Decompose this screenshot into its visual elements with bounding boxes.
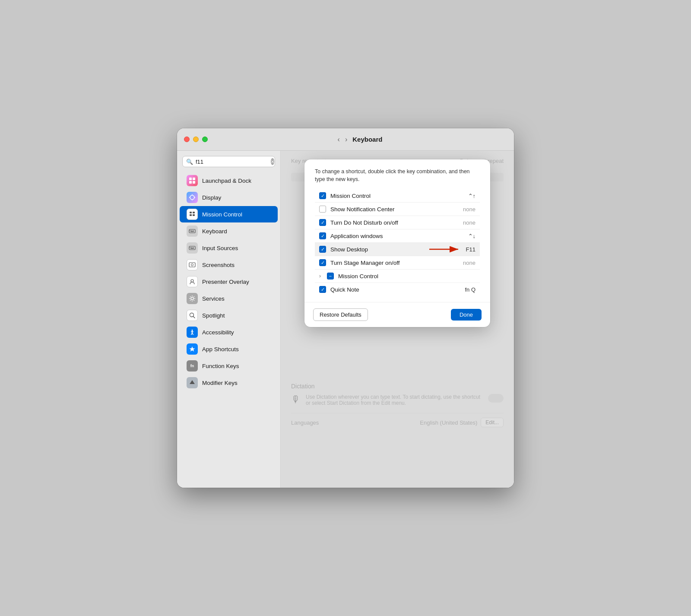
sidebar-item-modifier[interactable]: Modifier Keys — [180, 375, 278, 391]
modifier-icon — [187, 377, 198, 388]
svg-rect-21 — [193, 247, 194, 248]
sidebar-item-presenter[interactable]: Presenter Overlay — [180, 273, 278, 290]
svg-rect-1 — [193, 178, 195, 180]
shortcut-row-quick-note: ✓ Quick Note fn Q — [315, 283, 480, 296]
shortcut-row-mission-control: ✓ Mission Control ⌃↑ — [315, 189, 480, 203]
expand-arrow[interactable]: › — [319, 273, 321, 279]
launchpad-icon — [187, 175, 198, 186]
sidebar: 🔍 ✕ Launchpad & Dock Display — [177, 151, 281, 488]
svg-point-25 — [191, 279, 193, 282]
svg-rect-16 — [193, 230, 194, 231]
svg-rect-11 — [190, 214, 192, 216]
svg-line-28 — [193, 317, 195, 318]
svg-rect-20 — [191, 247, 192, 248]
shortcut-label-quick-note: Quick Note — [330, 286, 460, 293]
forward-button[interactable]: › — [343, 135, 349, 144]
checkbox-quick-note[interactable]: ✓ — [319, 286, 326, 293]
sidebar-item-label-modifier: Modifier Keys — [202, 380, 238, 386]
shortcut-row-notification: Show Notification Center none — [315, 203, 480, 216]
checkbox-notification[interactable] — [319, 206, 326, 213]
shortcut-label-mission-group: Mission Control — [338, 273, 471, 279]
svg-point-26 — [191, 297, 193, 300]
main-content: Key repeat rate Delay until repeat To ch… — [281, 151, 514, 488]
svg-rect-17 — [190, 232, 194, 232]
titlebar: ‹ › Keyboard — [177, 128, 514, 151]
spotlight-icon — [187, 310, 198, 321]
checkbox-appwindows[interactable]: ✓ — [319, 232, 326, 239]
shortcut-value-mission-control: ⌃↑ — [468, 193, 476, 199]
shortcut-value-appwindows: ⌃↓ — [468, 233, 476, 239]
screenshots-icon — [187, 259, 198, 270]
dialog-overlay: To change a shortcut, double click the k… — [281, 151, 514, 488]
shortcut-row-dnd: ✓ Turn Do Not Disturb on/off none — [315, 216, 480, 229]
shortcuts-dialog: To change a shortcut, double click the k… — [304, 159, 490, 327]
svg-rect-12 — [193, 214, 195, 216]
search-icon: 🔍 — [186, 159, 193, 165]
svg-rect-2 — [189, 181, 192, 184]
appshortcuts-icon — [187, 343, 198, 355]
back-button[interactable]: ‹ — [336, 135, 342, 144]
svg-rect-13 — [189, 229, 195, 233]
content-area: 🔍 ✕ Launchpad & Dock Display — [177, 151, 514, 488]
sidebar-item-label-input: Input Sources — [202, 245, 238, 251]
svg-rect-23 — [189, 263, 195, 267]
shortcut-row-show-desktop: ✓ Show Desktop — [315, 243, 480, 256]
checkbox-mission-group[interactable]: − — [327, 273, 334, 279]
shortcut-row-appwindows: ✓ Application windows ⌃↓ — [315, 229, 480, 243]
shortcut-value-show-desktop: F11 — [466, 246, 475, 253]
dialog-hint: To change a shortcut, double click the k… — [315, 168, 480, 183]
sidebar-item-display[interactable]: Display — [180, 189, 278, 206]
accessibility-icon — [187, 327, 198, 338]
shortcut-value-dnd: none — [463, 219, 475, 226]
keyboard-icon — [187, 225, 198, 237]
services-icon — [187, 293, 198, 304]
sidebar-item-spotlight[interactable]: Spotlight — [180, 307, 278, 324]
sidebar-item-keyboard[interactable]: Keyboard — [180, 223, 278, 239]
svg-rect-10 — [193, 212, 195, 213]
svg-rect-19 — [190, 247, 191, 248]
search-input[interactable] — [196, 159, 268, 165]
close-button[interactable] — [184, 137, 190, 142]
sidebar-item-appshortcuts[interactable]: App Shortcuts — [180, 341, 278, 357]
shortcut-label-stage-manager: Turn Stage Manager on/off — [330, 260, 459, 266]
sidebar-item-label-display: Display — [202, 194, 221, 201]
search-clear-button[interactable]: ✕ — [271, 158, 274, 165]
svg-rect-15 — [191, 230, 192, 231]
sidebar-item-label-keyboard: Keyboard — [202, 228, 227, 235]
shortcut-label-appwindows: Application windows — [330, 233, 464, 239]
shortcut-label-notification: Show Notification Center — [330, 206, 459, 213]
sidebar-item-launchpad[interactable]: Launchpad & Dock — [180, 172, 278, 189]
sidebar-item-label-presenter: Presenter Overlay — [202, 279, 249, 285]
restore-defaults-button[interactable]: Restore Defaults — [313, 308, 368, 321]
sidebar-item-mission[interactable]: Mission Control — [180, 206, 278, 222]
svg-rect-0 — [189, 178, 192, 180]
svg-rect-22 — [190, 248, 194, 249]
svg-rect-14 — [190, 230, 191, 231]
svg-point-24 — [191, 264, 193, 266]
display-icon — [187, 192, 198, 203]
red-arrow — [427, 244, 462, 254]
shortcut-label-mission-control: Mission Control — [330, 193, 464, 199]
window-title: Keyboard — [352, 136, 382, 143]
svg-rect-9 — [190, 212, 192, 213]
sidebar-item-label-mission: Mission Control — [202, 211, 242, 218]
sidebar-item-screenshots[interactable]: Screenshots — [180, 257, 278, 273]
shortcut-row-stage-manager: ✓ Turn Stage Manager on/off none — [315, 256, 480, 270]
sidebar-item-input[interactable]: Input Sources — [180, 240, 278, 256]
checkbox-stage-manager[interactable]: ✓ — [319, 259, 326, 266]
sidebar-item-services[interactable]: Services — [180, 290, 278, 307]
checkbox-mission-control[interactable]: ✓ — [319, 192, 326, 199]
checkbox-dnd[interactable]: ✓ — [319, 219, 326, 226]
minimize-button[interactable] — [193, 137, 199, 142]
search-box[interactable]: 🔍 ✕ — [182, 156, 275, 167]
dialog-body: To change a shortcut, double click the k… — [304, 159, 490, 296]
done-button[interactable]: Done — [451, 309, 482, 321]
system-preferences-window: ‹ › Keyboard 🔍 ✕ Launchpad & Dock — [177, 128, 514, 488]
svg-point-29 — [192, 330, 193, 331]
nav-arrows: ‹ › — [336, 135, 349, 144]
sidebar-item-fnkeys[interactable]: fn Function Keys — [180, 358, 278, 374]
checkbox-show-desktop[interactable]: ✓ — [319, 246, 326, 253]
shortcut-value-stage-manager: none — [463, 260, 475, 266]
sidebar-item-accessibility[interactable]: Accessibility — [180, 324, 278, 340]
maximize-button[interactable] — [202, 137, 208, 142]
